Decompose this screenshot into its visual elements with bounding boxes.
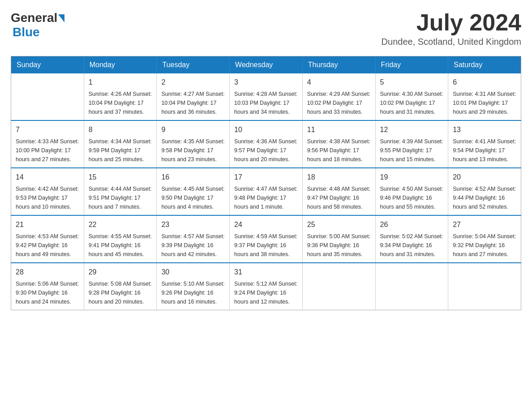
logo-arrow-icon: [58, 14, 64, 22]
day-info: Sunrise: 4:26 AM Sunset: 10:04 PM Daylig…: [89, 90, 152, 116]
calendar-table: SundayMondayTuesdayWednesdayThursdayFrid…: [11, 56, 521, 310]
calendar-cell: 27Sunrise: 5:04 AM Sunset: 9:32 PM Dayli…: [448, 215, 521, 263]
calendar-cell: 9Sunrise: 4:35 AM Sunset: 9:58 PM Daylig…: [157, 120, 230, 168]
calendar-header-row: SundayMondayTuesdayWednesdayThursdayFrid…: [11, 56, 521, 74]
day-info: Sunrise: 5:06 AM Sunset: 9:30 PM Dayligh…: [16, 279, 79, 306]
day-info: Sunrise: 4:33 AM Sunset: 10:00 PM Daylig…: [16, 137, 79, 164]
weekday-header-monday: Monday: [84, 56, 157, 74]
calendar-cell: 14Sunrise: 4:42 AM Sunset: 9:53 PM Dayli…: [11, 168, 84, 215]
calendar-cell: 20Sunrise: 4:52 AM Sunset: 9:44 PM Dayli…: [448, 168, 521, 215]
calendar-cell: [11, 73, 84, 120]
day-number: 23: [161, 219, 225, 230]
calendar-week-row: 14Sunrise: 4:42 AM Sunset: 9:53 PM Dayli…: [11, 168, 521, 215]
calendar-cell: 3Sunrise: 4:28 AM Sunset: 10:03 PM Dayli…: [230, 73, 303, 120]
day-info: Sunrise: 5:12 AM Sunset: 9:24 PM Dayligh…: [234, 279, 298, 306]
day-info: Sunrise: 4:57 AM Sunset: 9:39 PM Dayligh…: [161, 232, 225, 259]
day-number: 6: [453, 77, 516, 88]
day-number: 5: [380, 77, 444, 88]
day-info: Sunrise: 5:08 AM Sunset: 9:28 PM Dayligh…: [89, 279, 152, 306]
day-info: Sunrise: 4:36 AM Sunset: 9:57 PM Dayligh…: [234, 137, 298, 164]
weekday-header-friday: Friday: [375, 56, 448, 74]
calendar-cell: 31Sunrise: 5:12 AM Sunset: 9:24 PM Dayli…: [230, 263, 303, 310]
day-info: Sunrise: 5:10 AM Sunset: 9:26 PM Dayligh…: [161, 279, 225, 306]
calendar-cell: 15Sunrise: 4:44 AM Sunset: 9:51 PM Dayli…: [84, 168, 157, 215]
day-number: 22: [89, 219, 152, 230]
calendar-cell: 26Sunrise: 5:02 AM Sunset: 9:34 PM Dayli…: [375, 215, 448, 263]
day-info: Sunrise: 4:44 AM Sunset: 9:51 PM Dayligh…: [89, 184, 152, 211]
day-info: Sunrise: 4:52 AM Sunset: 9:44 PM Dayligh…: [453, 184, 516, 211]
day-number: 7: [16, 124, 79, 135]
day-number: 20: [453, 172, 516, 183]
calendar-cell: 28Sunrise: 5:06 AM Sunset: 9:30 PM Dayli…: [11, 263, 84, 310]
day-info: Sunrise: 4:27 AM Sunset: 10:04 PM Daylig…: [161, 90, 225, 116]
day-number: 26: [380, 219, 444, 230]
day-number: 15: [89, 172, 152, 183]
weekday-header-sunday: Sunday: [11, 56, 84, 74]
day-number: 19: [380, 172, 444, 183]
day-number: 13: [453, 124, 516, 135]
calendar-cell: 2Sunrise: 4:27 AM Sunset: 10:04 PM Dayli…: [157, 73, 230, 120]
calendar-cell: 7Sunrise: 4:33 AM Sunset: 10:00 PM Dayli…: [11, 120, 84, 168]
logo-general-text: General: [11, 11, 57, 25]
calendar-cell: 19Sunrise: 4:50 AM Sunset: 9:46 PM Dayli…: [375, 168, 448, 215]
day-number: 9: [161, 124, 225, 135]
day-info: Sunrise: 4:29 AM Sunset: 10:02 PM Daylig…: [307, 90, 371, 116]
calendar-cell: 13Sunrise: 4:41 AM Sunset: 9:54 PM Dayli…: [448, 120, 521, 168]
calendar-cell: 6Sunrise: 4:31 AM Sunset: 10:01 PM Dayli…: [448, 73, 521, 120]
day-info: Sunrise: 4:45 AM Sunset: 9:50 PM Dayligh…: [161, 184, 225, 211]
calendar-cell: [375, 263, 448, 310]
calendar-cell: 24Sunrise: 4:59 AM Sunset: 9:37 PM Dayli…: [230, 215, 303, 263]
day-info: Sunrise: 4:28 AM Sunset: 10:03 PM Daylig…: [234, 90, 298, 116]
calendar-cell: 21Sunrise: 4:53 AM Sunset: 9:42 PM Dayli…: [11, 215, 84, 263]
day-number: 27: [453, 219, 516, 230]
calendar-cell: 4Sunrise: 4:29 AM Sunset: 10:02 PM Dayli…: [302, 73, 375, 120]
day-number: 28: [16, 267, 79, 278]
month-title: July 2024: [382, 11, 521, 34]
day-number: 16: [161, 172, 225, 183]
calendar-cell: 16Sunrise: 4:45 AM Sunset: 9:50 PM Dayli…: [157, 168, 230, 215]
title-section: July 2024 Dundee, Scotland, United Kingd…: [382, 11, 521, 47]
calendar-cell: [302, 263, 375, 310]
day-info: Sunrise: 4:53 AM Sunset: 9:42 PM Dayligh…: [16, 232, 79, 259]
calendar-week-row: 7Sunrise: 4:33 AM Sunset: 10:00 PM Dayli…: [11, 120, 521, 168]
day-number: 18: [307, 172, 371, 183]
calendar-cell: [448, 263, 521, 310]
calendar-cell: 12Sunrise: 4:39 AM Sunset: 9:55 PM Dayli…: [375, 120, 448, 168]
calendar-cell: 8Sunrise: 4:34 AM Sunset: 9:59 PM Daylig…: [84, 120, 157, 168]
calendar-cell: 1Sunrise: 4:26 AM Sunset: 10:04 PM Dayli…: [84, 73, 157, 120]
calendar-cell: 5Sunrise: 4:30 AM Sunset: 10:02 PM Dayli…: [375, 73, 448, 120]
day-info: Sunrise: 4:48 AM Sunset: 9:47 PM Dayligh…: [307, 184, 371, 211]
day-number: 30: [161, 267, 225, 278]
calendar-cell: 11Sunrise: 4:38 AM Sunset: 9:56 PM Dayli…: [302, 120, 375, 168]
day-info: Sunrise: 5:02 AM Sunset: 9:34 PM Dayligh…: [380, 232, 444, 259]
day-number: 31: [234, 267, 298, 278]
calendar-cell: 17Sunrise: 4:47 AM Sunset: 9:48 PM Dayli…: [230, 168, 303, 215]
calendar-week-row: 1Sunrise: 4:26 AM Sunset: 10:04 PM Dayli…: [11, 73, 521, 120]
day-number: 25: [307, 219, 371, 230]
day-number: 12: [380, 124, 444, 135]
logo-blue-text: Blue: [13, 25, 40, 39]
day-info: Sunrise: 4:39 AM Sunset: 9:55 PM Dayligh…: [380, 137, 444, 164]
day-number: 3: [234, 77, 298, 88]
weekday-header-wednesday: Wednesday: [230, 56, 303, 74]
calendar-week-row: 28Sunrise: 5:06 AM Sunset: 9:30 PM Dayli…: [11, 263, 521, 310]
day-info: Sunrise: 5:00 AM Sunset: 9:36 PM Dayligh…: [307, 232, 371, 259]
day-number: 24: [234, 219, 298, 230]
day-info: Sunrise: 4:55 AM Sunset: 9:41 PM Dayligh…: [89, 232, 152, 259]
day-number: 11: [307, 124, 371, 135]
weekday-header-saturday: Saturday: [448, 56, 521, 74]
weekday-header-tuesday: Tuesday: [157, 56, 230, 74]
day-info: Sunrise: 4:41 AM Sunset: 9:54 PM Dayligh…: [453, 137, 516, 164]
day-number: 10: [234, 124, 298, 135]
calendar-cell: 23Sunrise: 4:57 AM Sunset: 9:39 PM Dayli…: [157, 215, 230, 263]
calendar-cell: 25Sunrise: 5:00 AM Sunset: 9:36 PM Dayli…: [302, 215, 375, 263]
day-info: Sunrise: 5:04 AM Sunset: 9:32 PM Dayligh…: [453, 232, 516, 259]
day-number: 4: [307, 77, 371, 88]
weekday-header-thursday: Thursday: [302, 56, 375, 74]
day-number: 8: [89, 124, 152, 135]
day-number: 17: [234, 172, 298, 183]
day-info: Sunrise: 4:59 AM Sunset: 9:37 PM Dayligh…: [234, 232, 298, 259]
day-info: Sunrise: 4:42 AM Sunset: 9:53 PM Dayligh…: [16, 184, 79, 211]
day-info: Sunrise: 4:47 AM Sunset: 9:48 PM Dayligh…: [234, 184, 298, 211]
page-header: General Blue July 2024 Dundee, Scotland,…: [11, 11, 521, 47]
